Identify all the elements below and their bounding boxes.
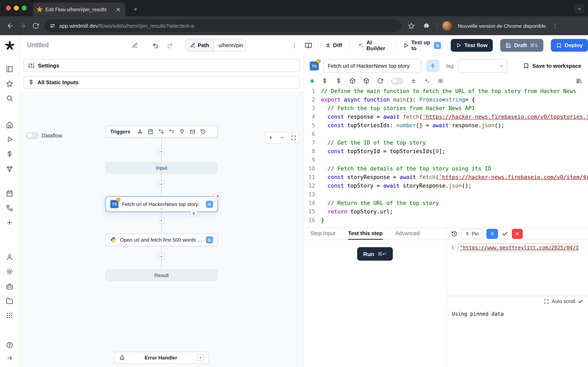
extensions-puzzle-icon[interactable] [420, 20, 433, 32]
new-tab-button[interactable]: + [130, 4, 141, 15]
zoom-out-button[interactable]: − [277, 133, 288, 143]
address-bar[interactable]: app.windmill.dev/flows/edit/u/henri/pin_… [44, 20, 401, 32]
trigger-websocket-icon[interactable] [166, 129, 177, 134]
tab-test-this-step[interactable]: Test this step [348, 228, 383, 240]
pinned-value[interactable]: "https://www.geoffreylitt.com/2025/04/12… [458, 243, 579, 252]
reload-button[interactable] [29, 20, 42, 32]
diff-plus-minus-icon[interactable]: ± [411, 77, 416, 84]
rail-settings-gear-icon[interactable] [3, 265, 16, 278]
test-flow-button[interactable]: Test flow [451, 39, 493, 52]
chevron-down-icon[interactable] [160, 207, 164, 211]
rail-editor-icon[interactable] [3, 63, 16, 75]
site-settings-icon[interactable] [49, 23, 55, 29]
trigger-poll-icon[interactable] [198, 129, 208, 134]
resources-dollar-icon[interactable] [336, 78, 342, 84]
insert-step-button[interactable]: + [158, 217, 164, 224]
auto-scroll-label[interactable]: Auto scroll [552, 299, 575, 304]
variables-dollar-icon[interactable] [322, 78, 328, 84]
trigger-mqtt-plug-icon[interactable] [177, 129, 187, 134]
insert-step-button[interactable]: + [158, 148, 164, 155]
code-line[interactable]: 11 const storyResponse = await fetch(`ht… [304, 173, 588, 182]
pinned-data-editor[interactable]: 1 "https://www.geoffreylitt.com/2025/04/… [447, 240, 588, 252]
code-line[interactable]: 6 [304, 130, 588, 138]
draft-button[interactable]: Draft ⌘S [500, 39, 543, 52]
add-error-handler-button[interactable]: + [197, 354, 204, 361]
ai-builder-button[interactable]: AI Builder [354, 39, 391, 52]
pin-button[interactable]: Pin [461, 229, 483, 239]
rail-help-icon[interactable] [3, 338, 16, 351]
trigger-webhook-icon[interactable] [135, 129, 145, 134]
trigger-email-icon[interactable] [187, 129, 198, 134]
editor-settings-gear-icon[interactable] [438, 78, 443, 84]
diff-button[interactable]: ± Diff [322, 39, 346, 52]
code-line[interactable]: 3 // Fetch the top stories from Hacker N… [304, 104, 588, 113]
ai-wand-icon[interactable] [424, 78, 430, 84]
confirm-check-icon[interactable] [502, 231, 508, 237]
rail-resources-icon[interactable] [3, 162, 16, 175]
back-button[interactable] [4, 20, 16, 32]
refresh-icon[interactable] [377, 78, 383, 84]
rail-apps-grid-icon[interactable] [3, 309, 16, 322]
code-line[interactable]: 8 const topStoryId = topStoriesIds[0]; [304, 147, 588, 156]
dataflow-toggle[interactable] [26, 132, 38, 139]
path-control[interactable]: Path u/henri/pin [185, 39, 246, 52]
code-line[interactable]: 15 return topStory.url; [304, 208, 588, 216]
code-line[interactable]: 12 const topStory = await storyResponse.… [304, 182, 588, 190]
browser-menu-icon[interactable]: ⋮ [550, 22, 559, 29]
rail-user-icon[interactable] [3, 250, 16, 263]
code-line[interactable]: 7 // Get the ID of the top story [304, 139, 588, 147]
run-button[interactable]: Run ⌘↵ [357, 247, 393, 261]
docs-book-button[interactable] [303, 39, 314, 52]
redo-button[interactable] [164, 39, 176, 51]
code-line[interactable]: 9 [304, 156, 588, 164]
code-editor[interactable]: 1// Define the main function to fetch th… [304, 87, 588, 227]
code-line[interactable]: 13 [304, 190, 588, 199]
step-title-input[interactable]: Fetch url of HackerNews top story [323, 59, 421, 73]
tag-select[interactable] [458, 59, 508, 73]
minimize-window-button[interactable] [14, 6, 19, 11]
rail-workers-icon[interactable] [3, 280, 16, 293]
undo-button[interactable] [149, 39, 161, 51]
fullscreen-window-button[interactable] [22, 6, 27, 11]
rail-schedules-icon[interactable] [3, 187, 16, 200]
profile-avatar[interactable] [442, 21, 452, 31]
error-handler-node[interactable]: Error Handler + [114, 352, 209, 364]
tab-search-button[interactable] [575, 4, 584, 14]
rail-favorites-icon[interactable] [3, 77, 16, 90]
insert-step-button[interactable]: + [158, 253, 164, 259]
trigger-schedule-icon[interactable] [145, 129, 156, 134]
insert-step-button[interactable]: + [158, 181, 164, 187]
step-node-a[interactable]: TS Fetch url of HackerNews top story a [105, 196, 218, 212]
rail-variables-icon[interactable] [3, 148, 16, 160]
result-node[interactable]: Result [105, 269, 218, 281]
package-icon[interactable] [363, 78, 369, 84]
code-line[interactable]: 10 // Fetch the details of the top story… [304, 164, 588, 173]
rail-folders-icon[interactable] [3, 294, 16, 307]
chrome-update-notice[interactable]: Nouvelle version de Chrome disponible [458, 23, 546, 29]
rail-runs-icon[interactable] [3, 133, 16, 146]
pin-toggle-button[interactable] [426, 59, 440, 72]
deploy-button[interactable]: Deploy [551, 39, 588, 52]
code-line[interactable]: 2export async function main(): Promise<s… [304, 95, 588, 104]
path-value[interactable]: u/henri/pin [214, 39, 246, 51]
more-menu-icon[interactable]: ⋮ [289, 40, 300, 50]
browser-tab[interactable]: Edit Flow u/henri/pin_results ✕ [33, 3, 125, 17]
auto-scroll-check-icon[interactable] [578, 299, 583, 304]
rail-search-icon[interactable] [3, 92, 16, 104]
zoom-in-button[interactable]: + [265, 133, 277, 143]
flow-name[interactable]: Untitled [27, 42, 49, 49]
triggers-node[interactable]: Triggers [105, 125, 218, 137]
tab-step-input[interactable]: Step Input [311, 228, 335, 240]
expand-icon[interactable] [544, 299, 549, 304]
save-to-workspace-button[interactable]: Save to workspace [521, 59, 584, 72]
settings-row[interactable]: Settings [23, 59, 300, 72]
history-icon[interactable] [451, 231, 458, 237]
rail-home-icon[interactable] [3, 118, 16, 131]
forward-button[interactable] [17, 20, 29, 32]
test-up-to-button[interactable]: Test up to a [399, 39, 445, 52]
close-window-button[interactable] [6, 6, 11, 11]
input-node[interactable]: Input [105, 162, 218, 174]
pinned-data-pin-icon[interactable] [190, 210, 197, 217]
code-line[interactable]: 1// Define the main function to fetch th… [304, 87, 588, 95]
code-line[interactable]: 14 // Return the URL of the top story [304, 199, 588, 207]
